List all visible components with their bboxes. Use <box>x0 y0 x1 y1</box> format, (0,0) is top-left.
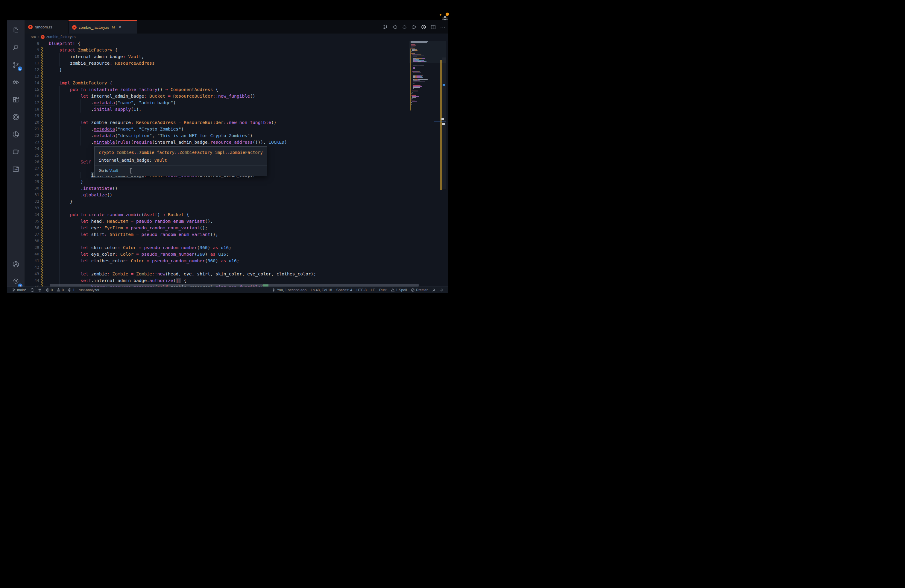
code-line-39[interactable]: 39let skin_color: Color = pseudo_random_… <box>25 244 448 251</box>
status-remote-status[interactable] <box>38 288 42 292</box>
tab-bar: Rrandom.rsRzombie_factory.rsM× <box>25 21 448 33</box>
status-branch-status[interactable]: main* <box>12 288 26 292</box>
activity-run-and-debug-icon[interactable] <box>7 75 25 90</box>
overview-mark-blue <box>443 84 445 86</box>
status-rust-analyzer-status[interactable]: rust-analyzer <box>79 288 99 292</box>
feedback-icon <box>432 288 436 292</box>
code-line-29[interactable]: 29} <box>25 178 448 185</box>
navigate-current-icon[interactable] <box>402 24 407 30</box>
tab-random.rs[interactable]: Rrandom.rs <box>25 21 68 33</box>
code-line-11[interactable]: 11zombie_resource: ResourceAddress <box>25 60 448 67</box>
status-indentation[interactable]: Spaces: 4 <box>337 288 352 292</box>
code-line-21[interactable]: 21.metadata("name", "Crypto Zombies") <box>25 126 448 132</box>
status-eol-sequence[interactable]: LF <box>371 288 375 292</box>
status-prettier[interactable]: Prettier <box>411 288 428 292</box>
status-cursor-position[interactable]: Ln 48, Col 18 <box>311 288 332 292</box>
code-line-31[interactable]: 31.globalize() <box>25 192 448 198</box>
code-line-18[interactable]: 18.initial_supply(1); <box>25 106 448 113</box>
status-feedback[interactable] <box>432 288 436 292</box>
line-number: 45 <box>25 284 39 286</box>
line-number: 15 <box>25 86 39 93</box>
line-number: 28 <box>25 172 39 178</box>
vscode-window: 1/API1 Rrandom.rsRzombie_factory.rsM× sr… <box>7 21 448 293</box>
code-line-13[interactable]: 13 <box>25 73 448 79</box>
activity-accounts-icon[interactable] <box>7 257 25 272</box>
code-line-34[interactable]: 34pub fn create_random_zombie(&self) → B… <box>25 211 448 218</box>
code-line-22[interactable]: 22.metadata("description", "This is an N… <box>25 132 448 139</box>
breadcrumb-segment[interactable]: zombie_factory.rs <box>46 35 76 39</box>
code-line-8[interactable]: 8blueprint! { <box>25 40 448 47</box>
code-line-32[interactable]: 32} <box>25 198 448 205</box>
sync-icon <box>30 288 34 292</box>
activity-source-control-icon[interactable]: 1 <box>7 57 25 72</box>
code-line-15[interactable]: 15pub fn instantiate_zombie_factory() → … <box>25 86 448 93</box>
status-info-count[interactable]: 1 <box>68 288 75 292</box>
navigate-forward-icon[interactable] <box>411 24 417 30</box>
split-editor-icon[interactable] <box>430 24 436 30</box>
code-line-38[interactable]: 38 <box>25 238 448 244</box>
close-tab-icon[interactable]: × <box>119 25 121 30</box>
open-changes-icon[interactable] <box>383 24 388 30</box>
line-number: 8 <box>25 40 39 47</box>
activity-search-icon[interactable] <box>7 40 25 55</box>
code-line-37[interactable]: 37let shirt: ShirtItem = pseudo_random_e… <box>25 231 448 238</box>
line-number: 20 <box>25 119 39 126</box>
line-number: 11 <box>25 60 39 67</box>
code-line-16[interactable]: 16let internal_admin_badge: Bucket = Res… <box>25 93 448 99</box>
activity-github-icon[interactable] <box>7 110 25 124</box>
more-actions-icon[interactable] <box>440 24 446 30</box>
code-line-40[interactable]: 40let eye_color: Color = pseudo_random_n… <box>25 251 448 257</box>
tab-zombie_factory.rs[interactable]: Rzombie_factory.rsM× <box>68 21 137 33</box>
code-line-12[interactable]: 12} <box>25 67 448 73</box>
code-line-14[interactable]: 14impl ZombieFactory { <box>25 79 448 86</box>
commit-icon <box>272 288 276 292</box>
breadcrumb[interactable]: src›Rzombie_factory.rs <box>25 33 448 40</box>
line-number: 34 <box>25 211 39 218</box>
code-line-44[interactable]: 44self.internal_admin_badge.authorize(||… <box>25 277 448 284</box>
usb-icon <box>38 288 42 292</box>
line-number: 43 <box>25 271 39 277</box>
gitlens-graph-icon[interactable] <box>421 24 427 30</box>
activity-explorer-icon[interactable] <box>7 23 25 38</box>
code-line-9[interactable]: 9struct ZombieFactory { <box>25 47 448 53</box>
code-line-19[interactable]: 19 <box>25 113 448 119</box>
error-icon <box>46 288 50 292</box>
status-blame-annotation[interactable]: You, 1 second ago <box>272 288 306 292</box>
activity-extensions-icon[interactable] <box>7 92 25 107</box>
code-editor[interactable]: 8blueprint! {9struct ZombieFactory {10in… <box>25 40 448 286</box>
tooltip-symbol-path: crypto_zombies::zombie_factory::ZombieFa… <box>99 149 263 156</box>
line-number: 33 <box>25 205 39 211</box>
activity-gitlens-icon[interactable] <box>7 127 25 142</box>
activity-containers-icon[interactable] <box>7 144 25 159</box>
line-number: 17 <box>25 99 39 106</box>
activity-api-client-icon[interactable]: /API <box>7 162 25 176</box>
minimap-slider[interactable] <box>410 41 446 63</box>
code-line-35[interactable]: 35let head: HeadItem = pseudo_random_enu… <box>25 218 448 224</box>
line-number: 9 <box>25 47 39 53</box>
code-line-36[interactable]: 36let eye: EyeItem = pseudo_random_enum_… <box>25 224 448 231</box>
line-number: 16 <box>25 93 39 99</box>
navigate-back-icon[interactable] <box>392 24 398 30</box>
horizontal-scrollbar[interactable] <box>50 284 419 286</box>
code-line-20[interactable]: 20let zombie_resource: ResourceAddress =… <box>25 119 448 126</box>
status-language-mode[interactable]: Rust <box>379 288 387 292</box>
status-spell-checker[interactable]: 1 Spell <box>391 288 407 292</box>
status-encoding[interactable]: UTF-8 <box>356 288 367 292</box>
status-sync-status[interactable] <box>30 288 34 292</box>
status-warning-count[interactable]: 0 <box>57 288 64 292</box>
code-line-30[interactable]: 30.instantiate() <box>25 185 448 192</box>
code-line-42[interactable]: 42 <box>25 264 448 271</box>
code-line-23[interactable]: 23.mintable(rule!(require(internal_admin… <box>25 139 448 146</box>
code-line-43[interactable]: 43let zombie: Zombie = Zombie::new(head,… <box>25 271 448 277</box>
line-number: 37 <box>25 231 39 238</box>
code-line-33[interactable]: 33 <box>25 205 448 211</box>
code-line-10[interactable]: 10internal_admin_badge: Vault, <box>25 53 448 60</box>
breadcrumb-segment[interactable]: src <box>31 35 36 39</box>
code-line-17[interactable]: 17.metadata("name", "admin badge") <box>25 99 448 106</box>
goto-vault-link[interactable]: Vault <box>109 168 118 173</box>
code-line-41[interactable]: 41let clothes_color: Color = pseudo_rand… <box>25 257 448 264</box>
status-label: rust-analyzer <box>79 288 99 292</box>
status-notifications[interactable] <box>440 288 444 292</box>
info-icon <box>68 288 71 292</box>
status-error-count[interactable]: 0 <box>46 288 53 292</box>
